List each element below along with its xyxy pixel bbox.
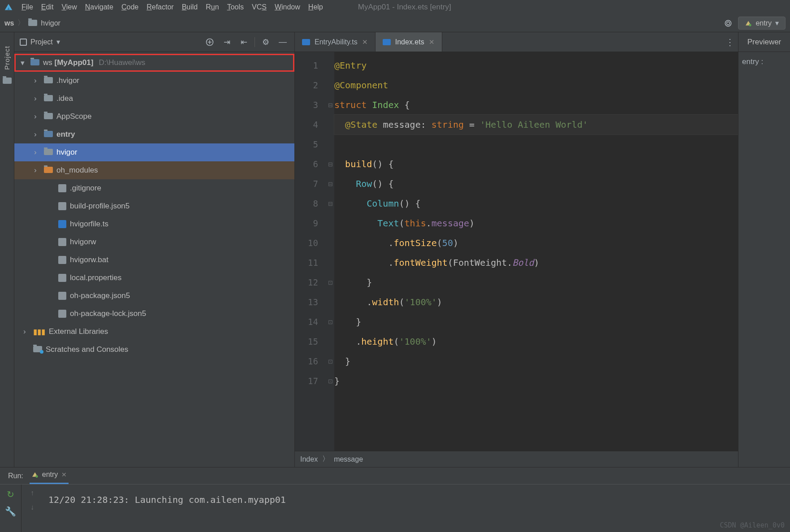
folder-strip-icon[interactable] xyxy=(3,78,12,86)
tree-item-label: local.properties xyxy=(70,273,121,282)
chevron-down-icon[interactable]: ▾ xyxy=(56,38,60,46)
code-editor[interactable]: ✔ 1234567891011121314151617 ⊟⊟⊟⊟⊡⊡⊡⊡ @En… xyxy=(295,52,738,451)
hide-panel-icon[interactable]: — xyxy=(276,36,289,48)
close-icon[interactable]: ✕ xyxy=(429,38,435,46)
tab-options-icon[interactable]: ⋮ xyxy=(722,32,738,52)
menu-build[interactable]: Build xyxy=(182,3,198,11)
tree-item-label: hvigorfile.ts xyxy=(70,220,108,229)
run-output[interactable]: 12/20 21:28:23: Launching com.aileen.mya… xyxy=(43,484,790,532)
tree-file[interactable]: hvigorfile.ts xyxy=(14,215,294,233)
folder-icon xyxy=(44,95,53,101)
menu-vcs[interactable]: VCS xyxy=(252,3,267,11)
close-icon[interactable]: ✕ xyxy=(362,38,368,46)
menu-code[interactable]: Code xyxy=(121,3,138,11)
project-tree[interactable]: ▾ ws [MyApp01] D:\Huawei\ws › .hvigor › … xyxy=(14,52,294,467)
menu-edit[interactable]: Edit xyxy=(41,3,54,11)
run-label: Run: xyxy=(8,472,23,480)
crumb-item[interactable]: message xyxy=(334,455,363,463)
tree-item-label: build-profile.json5 xyxy=(70,202,130,211)
menu-help[interactable]: Help xyxy=(308,3,323,11)
run-config-icon xyxy=(31,471,39,478)
tree-item-label: hvigorw.bat xyxy=(70,255,108,264)
tree-file[interactable]: build-profile.json5 xyxy=(14,197,294,215)
menu-refactor[interactable]: Refactor xyxy=(147,3,173,11)
menu-view[interactable]: View xyxy=(61,3,77,11)
tree-file[interactable]: oh-package.json5 xyxy=(14,287,294,305)
collapse-icon[interactable]: ⇤ xyxy=(237,36,250,48)
fold-gutter[interactable]: ⊟⊟⊟⊟⊡⊡⊡⊡ xyxy=(326,52,334,451)
window-title: MyApp01 - Index.ets [entry] xyxy=(358,3,451,12)
menu-run[interactable]: Run xyxy=(206,3,219,11)
target-icon[interactable] xyxy=(722,17,734,30)
tree-folder[interactable]: › AppScope xyxy=(14,108,294,125)
main-area: Project Project ▾ ⇥ ⇤ ⚙ — ▾ ws [MyApp01] xyxy=(0,32,790,467)
tree-item-label: hvigorw xyxy=(70,238,96,247)
scratches-icon xyxy=(33,346,42,352)
chevron-right-icon: › xyxy=(34,112,40,121)
svg-point-1 xyxy=(725,20,731,26)
menu-file[interactable]: File xyxy=(22,3,33,11)
menu-window[interactable]: Window xyxy=(275,3,300,11)
code-content[interactable]: @Entry @Component struct Index { @State … xyxy=(334,52,738,451)
tree-folder-modules[interactable]: › oh_modules xyxy=(14,161,294,179)
project-panel: Project ▾ ⇥ ⇤ ⚙ — ▾ ws [MyApp01] D:\Huaw… xyxy=(14,32,295,467)
tree-folder[interactable]: › .hvigor xyxy=(14,72,294,90)
tree-root-path: D:\Huawei\ws xyxy=(99,58,145,67)
run-tools: ↻ 🔧 xyxy=(0,484,22,532)
expand-icon[interactable]: ⇥ xyxy=(220,36,233,48)
previewer-header[interactable]: Previewer xyxy=(738,32,790,52)
project-toolbar-title[interactable]: Project xyxy=(30,38,53,46)
editor-breadcrumb[interactable]: Index 〉 message xyxy=(295,451,738,467)
chevron-down-icon: ▾ xyxy=(775,19,779,27)
tree-file[interactable]: .gitignore xyxy=(14,179,294,197)
folder-icon xyxy=(44,77,53,83)
library-folder-icon xyxy=(44,167,53,173)
breadcrumb-current[interactable]: hvigor xyxy=(41,19,60,27)
run-config-icon xyxy=(745,20,752,27)
tree-folder[interactable]: › .idea xyxy=(14,90,294,108)
tree-folder-selected[interactable]: › hvigor xyxy=(14,143,294,161)
folder-icon xyxy=(28,20,37,26)
tree-item-label: AppScope xyxy=(56,112,91,121)
tree-file[interactable]: local.properties xyxy=(14,269,294,287)
crumb-item[interactable]: Index xyxy=(300,455,318,463)
rerun-icon[interactable]: ↻ xyxy=(7,489,14,500)
breadcrumb-root[interactable]: ws xyxy=(4,19,14,27)
run-tab[interactable]: entry ✕ xyxy=(30,468,69,484)
menu-bar: File Edit View Navigate Code Refactor Bu… xyxy=(0,0,790,14)
editor-tab-active[interactable]: Index.ets ✕ xyxy=(376,32,442,52)
editor-tabbar: EntryAbility.ts ✕ Index.ets ✕ ⋮ xyxy=(295,32,738,52)
up-icon[interactable]: ↑ xyxy=(30,489,34,497)
tree-item-label: External Libraries xyxy=(49,327,108,336)
tab-label: Index.ets xyxy=(395,38,424,46)
menu-navigate[interactable]: Navigate xyxy=(85,3,113,11)
tree-file[interactable]: oh-package-lock.json5 xyxy=(14,305,294,323)
close-icon[interactable]: ✕ xyxy=(61,471,67,478)
wrench-icon[interactable]: 🔧 xyxy=(5,506,16,517)
gear-icon[interactable]: ⚙ xyxy=(259,36,272,48)
ts-file-icon xyxy=(58,220,66,228)
run-header: Run: entry ✕ xyxy=(0,467,790,484)
tree-file[interactable]: hvigorw.bat xyxy=(14,251,294,269)
tree-folder-entry[interactable]: › entry xyxy=(14,125,294,143)
project-view-icon xyxy=(20,39,27,46)
file-icon xyxy=(58,274,66,282)
project-tool-tab[interactable]: Project xyxy=(3,46,11,70)
tree-file[interactable]: hvigorw xyxy=(14,233,294,251)
tree-item-label: oh-package-lock.json5 xyxy=(70,309,146,318)
menu-tools[interactable]: Tools xyxy=(227,3,244,11)
tree-item-label: .hvigor xyxy=(56,76,79,85)
tree-item-label: entry xyxy=(56,130,75,139)
navigation-bar: ws 〉 hvigor entry ▾ xyxy=(0,14,790,32)
run-config-selector[interactable]: entry ▾ xyxy=(738,17,786,30)
down-icon[interactable]: ↓ xyxy=(30,503,34,511)
tree-scratches[interactable]: Scratches and Consoles xyxy=(14,341,294,359)
file-icon xyxy=(58,256,66,264)
tree-root[interactable]: ▾ ws [MyApp01] D:\Huawei\ws xyxy=(14,54,294,72)
add-icon[interactable] xyxy=(203,36,216,48)
project-toolbar: Project ▾ ⇥ ⇤ ⚙ — xyxy=(14,32,294,52)
editor-tab[interactable]: EntryAbility.ts ✕ xyxy=(295,32,376,52)
run-config-label: entry xyxy=(755,19,772,27)
tree-item-label: .gitignore xyxy=(70,184,101,193)
tree-external-libs[interactable]: › ▮▮▮ External Libraries xyxy=(14,323,294,341)
